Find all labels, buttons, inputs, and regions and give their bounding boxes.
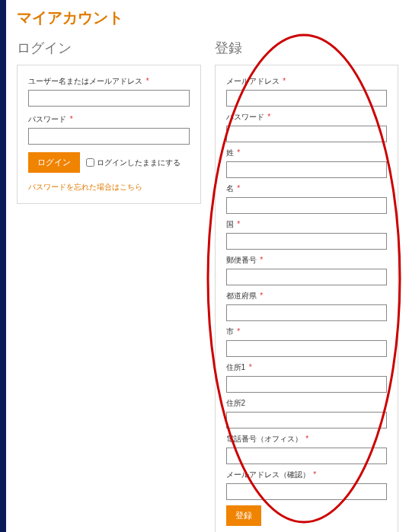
register-prefecture-input[interactable] bbox=[226, 304, 388, 321]
register-prefecture-row: 都道府県 * bbox=[226, 291, 388, 321]
register-firstname-input[interactable] bbox=[226, 197, 388, 214]
login-password-row: パスワード * bbox=[28, 114, 190, 145]
register-column: 登録 メールアドレス * パスワード * 姓 * 名 * bbox=[215, 39, 399, 532]
register-postal-label: 郵便番号 * bbox=[226, 255, 388, 266]
register-email-confirm-row: メールアドレス（確認） * bbox=[226, 470, 388, 500]
remember-me-checkbox[interactable] bbox=[86, 158, 94, 167]
register-button[interactable]: 登録 bbox=[226, 505, 261, 526]
login-form: ユーザー名またはメールアドレス * パスワード * ログイン ログインしたままに… bbox=[17, 65, 201, 204]
register-address2-input[interactable] bbox=[226, 412, 388, 428]
login-heading: ログイン bbox=[17, 39, 201, 57]
register-address2-label: 住所2 bbox=[226, 398, 388, 409]
register-phone-label: 電話番号（オフィス） * bbox=[226, 434, 388, 444]
login-button[interactable]: ログイン bbox=[28, 152, 80, 173]
main-content: マイアカウント ログイン ユーザー名またはメールアドレス * パスワード * ロ… bbox=[0, 0, 409, 532]
register-heading: 登録 bbox=[215, 39, 399, 57]
register-country-label: 国 * bbox=[226, 219, 388, 230]
register-postal-input[interactable] bbox=[226, 269, 388, 285]
register-lastname-label: 姓 * bbox=[226, 148, 388, 158]
left-accent-bar bbox=[0, 0, 6, 532]
register-lastname-input[interactable] bbox=[226, 161, 388, 178]
register-address1-label: 住所1 * bbox=[226, 362, 388, 373]
login-column: ログイン ユーザー名またはメールアドレス * パスワード * ログイン ログイン… bbox=[17, 39, 201, 532]
register-password-input[interactable] bbox=[226, 126, 388, 142]
register-address1-input[interactable] bbox=[226, 376, 388, 393]
register-city-input[interactable] bbox=[226, 340, 388, 357]
register-country-input[interactable] bbox=[226, 233, 388, 250]
register-email-confirm-input[interactable] bbox=[226, 483, 388, 500]
register-phone-input[interactable] bbox=[226, 448, 388, 464]
register-email-row: メールアドレス * bbox=[226, 76, 388, 107]
register-postal-row: 郵便番号 * bbox=[226, 255, 388, 285]
register-email-input[interactable] bbox=[226, 90, 388, 107]
register-password-row: パスワード * bbox=[226, 112, 388, 142]
register-email-confirm-label: メールアドレス（確認） * bbox=[226, 470, 388, 480]
register-password-label: パスワード * bbox=[226, 112, 388, 123]
register-form: メールアドレス * パスワード * 姓 * 名 * 国 * bbox=[215, 65, 399, 532]
register-address2-row: 住所2 bbox=[226, 398, 388, 428]
login-actions: ログイン ログインしたままにする bbox=[28, 152, 190, 173]
register-city-label: 市 * bbox=[226, 327, 388, 337]
remember-me-label: ログインしたままにする bbox=[97, 158, 181, 168]
register-email-label: メールアドレス * bbox=[226, 76, 388, 87]
register-address1-row: 住所1 * bbox=[226, 362, 388, 393]
forgot-password-link[interactable]: パスワードを忘れた場合はこちら bbox=[28, 183, 142, 191]
login-password-input[interactable] bbox=[28, 128, 190, 145]
register-city-row: 市 * bbox=[226, 327, 388, 357]
login-username-input[interactable] bbox=[28, 90, 190, 107]
register-firstname-label: 名 * bbox=[226, 183, 388, 194]
login-password-label: パスワード * bbox=[28, 114, 190, 125]
login-username-label: ユーザー名またはメールアドレス * bbox=[28, 76, 190, 87]
register-prefecture-label: 都道府県 * bbox=[226, 291, 388, 301]
page-title: マイアカウント bbox=[17, 8, 398, 28]
register-lastname-row: 姓 * bbox=[226, 148, 388, 178]
login-username-row: ユーザー名またはメールアドレス * bbox=[28, 76, 190, 107]
columns: ログイン ユーザー名またはメールアドレス * パスワード * ログイン ログイン… bbox=[17, 39, 398, 532]
register-phone-row: 電話番号（オフィス） * bbox=[226, 434, 388, 464]
remember-me-wrap[interactable]: ログインしたままにする bbox=[86, 158, 181, 168]
register-country-row: 国 * bbox=[226, 219, 388, 250]
register-firstname-row: 名 * bbox=[226, 183, 388, 214]
